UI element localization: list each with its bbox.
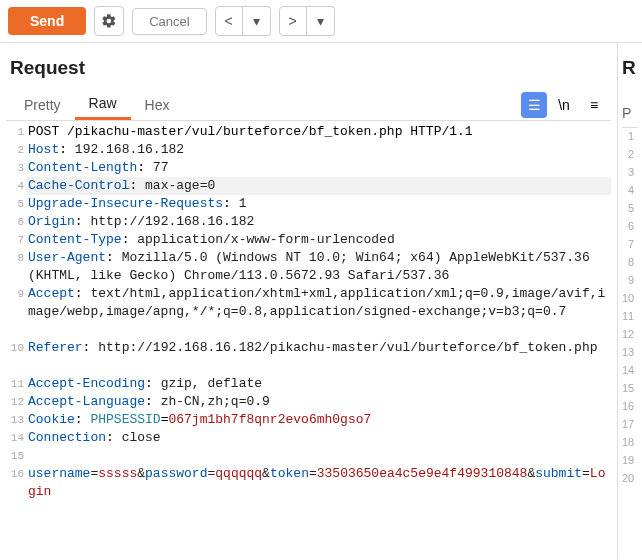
- response-title: R: [622, 57, 638, 79]
- cancel-button[interactable]: Cancel: [132, 8, 206, 35]
- request-panel: Request Pretty Raw Hex ☰ \n ≡ 1234567891…: [0, 43, 618, 559]
- chevron-right-icon: >: [289, 13, 297, 29]
- request-line: POST /pikachu-master/vul/burteforce/bf_t…: [28, 123, 611, 141]
- request-body: username=sssss&password=qqqqqq&token=335…: [28, 465, 611, 501]
- response-tab-pretty[interactable]: P: [622, 99, 638, 128]
- format-icon: ☰: [528, 97, 541, 113]
- cookie-line: Cookie: PHPSESSID=067jm1bh7f8qnr2evo6mh0…: [28, 411, 611, 429]
- format-button[interactable]: ☰: [521, 92, 547, 118]
- prev-group: < ▾: [215, 6, 271, 36]
- tab-raw[interactable]: Raw: [75, 89, 131, 120]
- prev-button[interactable]: <: [215, 6, 243, 36]
- gear-icon: [101, 13, 117, 29]
- caret-down-icon: ▾: [317, 13, 324, 29]
- newline-toggle[interactable]: \n: [551, 92, 577, 118]
- next-dropdown[interactable]: ▾: [307, 6, 335, 36]
- request-title: Request: [10, 57, 611, 79]
- caret-down-icon: ▾: [253, 13, 260, 29]
- toolbar: Send Cancel < ▾ > ▾: [0, 0, 642, 43]
- request-tabs: Pretty Raw Hex ☰ \n ≡: [6, 89, 611, 121]
- tab-hex[interactable]: Hex: [131, 91, 184, 119]
- response-panel: R P 1234567891011121314151617181920: [618, 43, 642, 559]
- raw-code[interactable]: POST /pikachu-master/vul/burteforce/bf_t…: [24, 121, 611, 501]
- send-button[interactable]: Send: [8, 7, 86, 35]
- response-gutter: 1234567891011121314151617181920: [622, 128, 634, 490]
- prev-dropdown[interactable]: ▾: [243, 6, 271, 36]
- line-gutter: 12345678910111213141516: [6, 121, 24, 501]
- menu-icon: ≡: [590, 97, 598, 113]
- chevron-left-icon: <: [225, 13, 233, 29]
- settings-button[interactable]: [94, 6, 124, 36]
- next-button[interactable]: >: [279, 6, 307, 36]
- next-group: > ▾: [279, 6, 335, 36]
- tab-pretty[interactable]: Pretty: [10, 91, 75, 119]
- menu-button[interactable]: ≡: [581, 92, 607, 118]
- raw-editor[interactable]: 12345678910111213141516 POST /pikachu-ma…: [6, 121, 611, 501]
- main: Request Pretty Raw Hex ☰ \n ≡ 1234567891…: [0, 43, 642, 559]
